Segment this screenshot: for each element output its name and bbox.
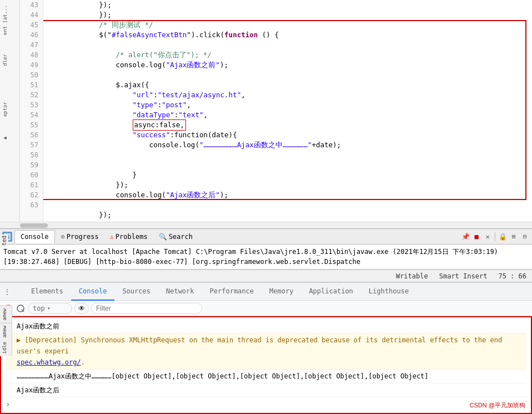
problems-tab-label: Problems [116,233,148,241]
line-num-62: 62 [20,190,38,200]
devtools-controls: ⋮ [3,288,23,296]
console-link-2[interactable]: spec.whatwg.org/ [17,358,81,366]
line-num-50: 50 [20,70,38,80]
console-debug-text: [19:38:27.468] [DEBUG] [http-bio-8080-ex… [3,257,529,267]
status-smart-insert: Smart Insert [439,272,488,280]
console-prompt: › [6,397,526,411]
console-tab-label: Console [21,233,49,241]
console-server-text: Tomcat v7.0 Server at localhost [Apache … [3,247,529,257]
console-entry-4: Ajax函数之后 [6,383,526,397]
line-num-44: 44 [20,10,38,20]
devtools-tab-console[interactable]: Console [71,283,115,301]
sidebar-panel-amew-2[interactable]: amew [0,323,12,340]
eclipse-tab-console[interactable]: Console [14,230,55,243]
devtools-level-selector[interactable]: top ▾ [28,303,72,314]
devtools-tab-elements[interactable]: Elements [23,283,71,301]
console-entry-2: ▲ ▶ [Deprecation] Synchronous XMLHttpReq… [6,333,526,370]
code-line-43: }); [49,0,532,10]
devtools-tab-lighthouse[interactable]: Lighthouse [361,283,416,301]
line-num-47: 47 [20,40,38,50]
eclipse-scroll-lock-icon[interactable]: 🔒 [498,232,508,242]
code-line-64: }); [49,210,532,220]
devtools-filter-icon[interactable] [16,303,26,313]
sidebar-label-3: eptor [1,101,18,118]
devtools-tab-sources[interactable]: Sources [114,283,158,301]
devtools-tab-application[interactable]: Application [301,283,360,301]
sidebar-expand-icon[interactable]: ▶ [1,134,18,142]
console-text-1: Ajax函数之前 [17,321,526,332]
line-num-57: 57 [20,140,38,150]
code-line-55: async:false, [49,120,532,130]
eclipse-stop-icon[interactable]: ■ [471,232,481,242]
toolbar-divider [495,232,495,241]
eclipse-tab-search[interactable]: 🔍 Search [154,230,198,243]
prompt-arrow: › [6,398,10,410]
line-num-63: 63 [20,200,38,210]
devtools-expand-icon[interactable]: ⋮ [3,288,11,296]
devtools-panel: ⋮ Elements Console Sources Network Perfo… [0,282,532,414]
line-numbers: 43 44 45 46 47 48 49 50 51 52 53 54 55 5… [20,0,43,222]
code-line-45: /* 同步测试 */ [49,20,532,30]
search-tab-label: Search [169,233,193,241]
line-num-48: 48 [20,50,38,60]
code-line-49: console.log("Ajax函数之前"); [49,60,532,70]
console-entry-1: Ajax函数之前 [6,320,526,333]
console-text-4: Ajax函数之后 [17,385,526,396]
code-line-51: $.ajax({ [49,80,532,90]
code-line-58 [49,150,532,160]
devtools-tabs: ⋮ Elements Console Sources Network Perfo… [0,283,532,301]
devtools-level-text: top [33,305,45,312]
devtools-tab-performance[interactable]: Performance [202,283,262,301]
code-line-57: console.log("……………………Ajax函数之中………………"+dat… [49,140,532,150]
eclipse-views-icon[interactable]: ⊟ [520,232,530,242]
status-writable: Writable [396,272,428,280]
line-num-60: 60 [20,170,38,180]
eclipse-clear-icon[interactable]: ✕ [483,232,493,242]
scrollbar-thumb[interactable] [20,223,48,228]
console-text-2: ▶ [Deprecation] Synchronous XMLHttpReque… [17,335,526,368]
code-line-63 [49,200,532,210]
code-line-53: "type":"post", [49,100,532,110]
line-num-51: 51 [20,80,38,90]
devtools-tab-memory[interactable]: Memory [262,283,301,301]
code-line-56: "success":function(date){ [49,130,532,140]
eclipse-tab-progress[interactable]: ⊙ Progress [56,230,104,243]
eclipse-toolbar: 📌 ■ ✕ 🔒 ⊞ ⊟ [460,232,532,242]
devtools-filter-input[interactable] [91,303,202,314]
watermark: CSDN @平凡加班狗 [470,401,525,410]
async-false-highlight: async:false, [133,119,186,131]
eclipse-pin-icon[interactable]: 📌 [460,232,470,242]
line-num-49: 49 [20,60,38,70]
devtools-eye-icon-wrapper[interactable]: 👁 [74,303,89,314]
code-line-50 [49,70,532,80]
sidebar-label-2: dler [1,53,18,67]
line-num-53: 53 [20,100,38,110]
eclipse-new-console-icon[interactable]: ⊞ [509,232,519,242]
eclipse-bottom: Console ⊙ Progress ⚠ Problems 🔍 Search 📌… [0,228,532,282]
code-line-48: /* alert("你点击了"); */ [49,50,532,60]
search-icon: 🔍 [159,233,167,241]
code-line-44: }); [49,10,532,20]
code-line-54: "dataType":"text", [49,110,532,120]
progress-icon: ⊙ [61,233,65,241]
devtools-toolbar: 🚫 top ▾ 👁 [0,301,532,316]
code-line-52: "url":"test/ajax/async.ht", [49,90,532,100]
sidebar-label-1: ent [at... [1,4,18,36]
line-num-52: 52 [20,90,38,100]
eclipse-tabs: Console ⊙ Progress ⚠ Problems 🔍 Search 📌… [0,229,532,245]
line-num-61: 61 [20,180,38,190]
code-line-47 [49,40,532,50]
line-num-59: 59 [20,160,38,170]
sidebar-panel-idle[interactable]: idle [0,340,12,356]
editor-scrollbar[interactable] [0,222,532,228]
code-content[interactable]: }); }); /* 同步测试 */ $("#falseAsyncTextBtn… [43,0,532,222]
code-line-59 [49,160,532,170]
eclipse-tab-problems[interactable]: ⚠ Problems [105,230,153,243]
left-sidebar-panel: ent [at... dler eptor ▶ [0,0,20,222]
line-num-54: 54 [20,110,38,120]
console-text-3: ……………………Ajax函数之中……………[object Object],[ob… [17,371,526,382]
devtools-tab-network[interactable]: Network [158,283,202,301]
sidebar-panel-amew-1[interactable]: amew [0,306,12,323]
line-num-43: 43 [20,0,38,10]
line-num-55: 55 [20,120,38,130]
